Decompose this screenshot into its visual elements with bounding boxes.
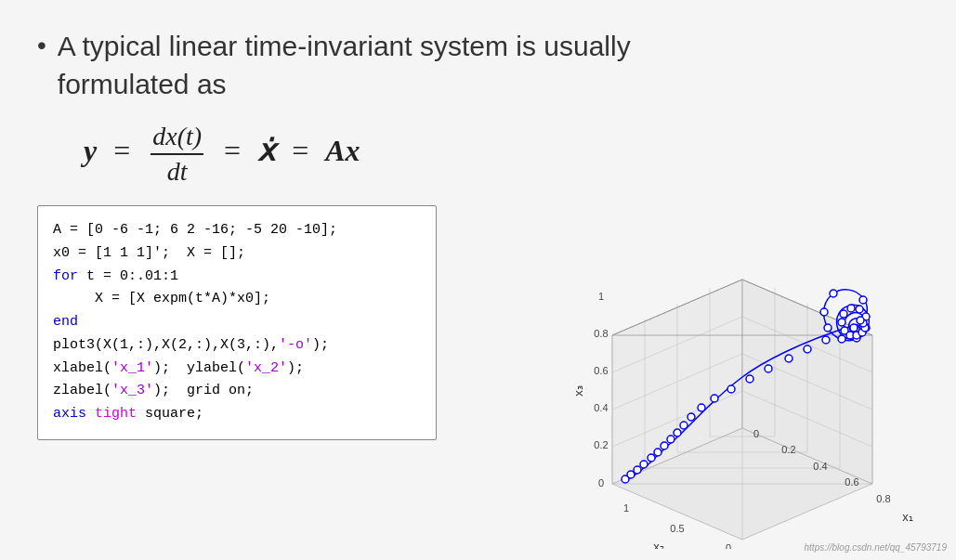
x2-tick-05: 0.5 (670, 523, 684, 534)
marker-2 (859, 296, 867, 304)
marker-13 (838, 319, 845, 326)
x1-tick-06: 0.6 (845, 476, 858, 488)
code-line-4: X = [X expm(t*A)*x0]; (53, 288, 421, 311)
marker-29 (688, 413, 695, 421)
marker-39 (622, 475, 629, 483)
code-line-7: xlabel('x_1'); ylabel('x_2'); (53, 358, 421, 381)
formula-fraction: dx(t) dt (151, 122, 203, 187)
code-zlabel-1: zlabel( (53, 383, 111, 398)
marker-34 (654, 449, 661, 456)
x1-tick-08: 0.8 (876, 493, 890, 504)
x3-tick-06: 0.6 (594, 365, 608, 376)
formula-y: y (84, 134, 97, 167)
marker-36 (640, 461, 648, 468)
code-ylabel-2: ); (287, 360, 304, 376)
x3-tick-1: 1 (598, 291, 604, 302)
bullet-text-line2: formulated as (58, 66, 631, 104)
code-line-1: A = [0 -6 -1; 6 2 -16; -5 20 -10]; (53, 219, 421, 242)
marker-31 (674, 429, 681, 436)
code-square: square; (137, 406, 203, 422)
code-plot3-1: plot3(X(1,:),X(2,:),X(3,:), (53, 337, 279, 353)
formula-eq1: = (113, 134, 130, 167)
marker-10 (856, 306, 863, 313)
x1-axis-label: x₁ (902, 510, 913, 524)
x3-tick-0: 0 (598, 477, 604, 488)
formula-eq3: = (292, 134, 308, 167)
marker-3 (830, 290, 837, 297)
bullet-container: • A typical linear time-invariant system… (37, 28, 919, 103)
code-box: A = [0 -6 -1; 6 2 -16; -5 20 -10]; x0 = … (37, 205, 437, 440)
plot-container: 0 0.2 0.4 0.6 0.8 1 x₃ 0 0.2 0.4 0.6 0.8 (557, 187, 947, 560)
marker-6 (838, 335, 845, 343)
marker-12 (840, 310, 847, 318)
marker-33 (661, 442, 668, 449)
bullet-text-line1: A typical linear time-invariant system i… (58, 28, 631, 66)
x1-tick-04: 0.4 (813, 461, 827, 472)
code-line-2: x0 = [1 1 1]'; X = []; (53, 242, 421, 266)
x2-tick-0: 0 (726, 542, 731, 549)
plot-svg: 0 0.2 0.4 0.6 0.8 1 x₃ 0 0.2 0.4 0.6 0.8 (557, 187, 928, 549)
code-line-3: for t = 0:.01:1 (53, 266, 421, 289)
marker-21 (822, 336, 830, 344)
marker-24 (765, 365, 772, 372)
x3-axis-label: x₃ (571, 385, 585, 397)
marker-23 (785, 355, 792, 362)
marker-11 (847, 305, 855, 312)
code-axis: axis (53, 406, 95, 422)
code-tight: tight (95, 406, 137, 422)
marker-30 (680, 422, 688, 429)
right-panel: 0 0.2 0.4 0.6 0.8 1 x₃ 0 0.2 0.4 0.6 0.8 (465, 205, 919, 440)
marker-4 (820, 308, 828, 316)
marker-35 (648, 454, 655, 462)
x2-tick-1: 1 (623, 502, 629, 514)
code-line-6: plot3(X(1,:),X(2,:),X(3,:),'-o'); (53, 334, 421, 358)
code-for-range: t = 0:.01:1 (78, 268, 178, 284)
marker-26 (727, 385, 735, 393)
x3-tick-08: 0.8 (594, 328, 608, 339)
x2-axis-label: x₂ (653, 540, 664, 549)
watermark: https://blog.csdn.net/qq_45793719 (805, 542, 947, 553)
code-zlabel-2: ); grid on; (153, 383, 254, 398)
slide: • A typical linear time-invariant system… (0, 0, 956, 560)
code-for: for (53, 268, 78, 284)
main-content: A = [0 -6 -1; 6 2 -16; -5 20 -10]; x0 = … (37, 205, 919, 440)
code-xlabel-2: ); ylabel( (153, 360, 245, 376)
formula-eq2: = (224, 134, 241, 167)
code-xlabel-1: xlabel( (53, 360, 111, 376)
code-zlabel-arg: 'x_3' (111, 383, 153, 398)
x1-tick-0: 0 (753, 428, 759, 439)
x3-tick-04: 0.4 (594, 402, 608, 413)
bullet-dot: • (37, 30, 46, 61)
x3-tick-02: 0.2 (594, 439, 608, 450)
code-ylabel-arg: 'x_2' (245, 360, 287, 376)
marker-32 (667, 436, 674, 443)
marker-22 (804, 345, 811, 353)
code-plot3-arg: '-o' (279, 337, 312, 353)
marker-1 (850, 324, 858, 332)
code-line-9: axis tight square; (53, 403, 421, 426)
left-panel: A = [0 -6 -1; 6 2 -16; -5 20 -10]; x0 = … (37, 205, 446, 440)
code-line-5: end (53, 311, 421, 334)
marker-27 (711, 395, 718, 402)
formula-block: y = dx(t) dt = ẋ = Ax (84, 122, 919, 187)
formula-xdot: ẋ (257, 134, 275, 167)
x1-tick-02: 0.2 (781, 444, 795, 455)
marker-20 (857, 317, 864, 324)
marker-25 (746, 375, 753, 383)
formula-numerator: dx(t) (151, 122, 203, 155)
code-plot3-2: ); (312, 337, 329, 353)
marker-28 (698, 404, 705, 411)
marker-5 (824, 324, 832, 332)
code-xlabel-arg: 'x_1' (111, 360, 153, 376)
formula-ax: Ax (325, 134, 360, 167)
formula-denominator: dt (165, 155, 190, 187)
code-line-8: zlabel('x_3'); grid on; (53, 380, 421, 403)
code-end: end (53, 314, 78, 330)
